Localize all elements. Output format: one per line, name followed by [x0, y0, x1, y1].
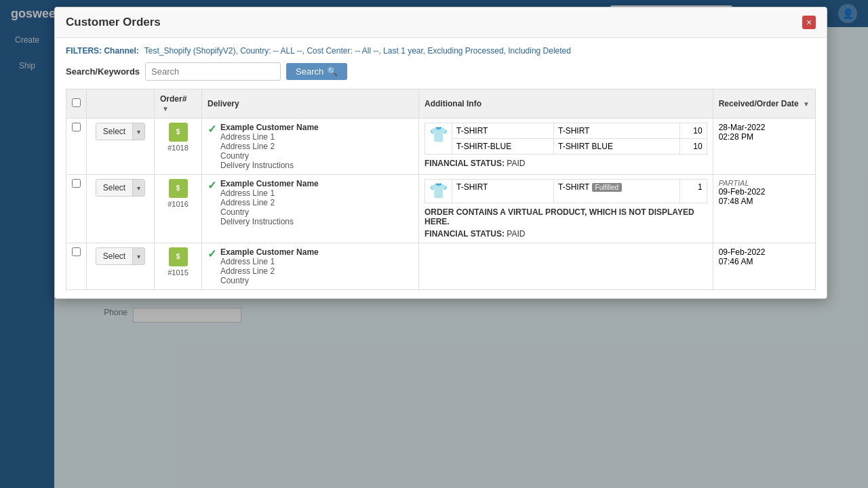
row-additional-cell: 👕 T-SHIRT T-SHIRT 10 T-SHIRT-BLUE T-SHIR…: [419, 119, 713, 175]
product-icon-cell-0: 👕: [425, 123, 452, 155]
delivery-line: Delivery Instructions: [220, 161, 319, 170]
order-date-0: 28-Mar-2022: [719, 123, 810, 132]
table-header-row: Order# ▼ Delivery Additional Info Receiv…: [66, 89, 816, 119]
delivery-name-1: Example Customer Name: [220, 179, 319, 188]
delivery-address-1: Example Customer Name Address Line 1Addr…: [220, 179, 319, 226]
product-sku-0-1: T-SHIRT-BLUE: [452, 139, 554, 155]
row-action-cell: Select ▾: [87, 119, 155, 175]
delivery-line: Address Line 2: [220, 142, 319, 151]
product-table-0: 👕 T-SHIRT T-SHIRT 10 T-SHIRT-BLUE T-SHIR…: [425, 123, 707, 155]
orders-table: Order# ▼ Delivery Additional Info Receiv…: [66, 89, 816, 290]
product-qty-0-0: 10: [679, 123, 707, 139]
table-row: Select ▾ $ #1018 ✓ Example Customer Name…: [66, 119, 816, 175]
header-order-num: Order# ▼: [155, 89, 202, 119]
select-button-2[interactable]: Select: [96, 248, 132, 264]
delivery-address-0: Example Customer Name Address Line 1Addr…: [220, 123, 319, 170]
order-number-1: #1016: [167, 200, 189, 208]
shopify-icon-0: $: [169, 123, 188, 142]
header-action-cell: [87, 89, 155, 119]
delivery-line: Address Line 2: [220, 266, 319, 276]
search-keywords-label: Search/Keywords: [66, 66, 140, 77]
row-additional-cell: [419, 243, 713, 290]
product-qty-0-1: 10: [679, 139, 707, 155]
product-row: 👕 T-SHIRT T-SHIRT Fulfilled 1: [425, 180, 707, 203]
table-row: Select ▾ $ #1015 ✓ Example Customer Name…: [66, 243, 816, 290]
header-additional: Additional Info: [419, 89, 713, 119]
product-name-0-1: T-SHIRT BLUE: [554, 139, 680, 155]
row-action-cell: Select ▾: [87, 175, 155, 243]
filter-values: Test_Shopify (ShopifyV2), Country: -- AL…: [144, 46, 571, 56]
table-row: Select ▾ $ #1016 ✓ Example Customer Name…: [66, 175, 816, 243]
filters-label: FILTERS: Channel:: [66, 46, 139, 56]
modal-body: FILTERS: Channel: Test_Shopify (ShopifyV…: [55, 38, 827, 298]
search-keywords-input[interactable]: [145, 62, 281, 81]
delivery-check-1: ✓: [208, 179, 216, 192]
select-button-1[interactable]: Select: [96, 180, 132, 196]
product-icon-0-0: 👕: [429, 126, 448, 143]
modal-close-button[interactable]: ×: [802, 16, 816, 29]
row-order-num-cell: $ #1016: [155, 175, 202, 243]
row-order-num-cell: $ #1015: [155, 243, 202, 290]
header-date: Received/Order Date ▼: [713, 89, 815, 119]
fulfilled-badge: Fulfilled: [592, 183, 622, 192]
row-action-cell: Select ▾: [87, 243, 155, 290]
header-checkbox-cell: [66, 89, 87, 119]
delivery-line: Country: [220, 207, 319, 217]
order-date-1: 09-Feb-2022: [719, 187, 810, 197]
row-delivery-cell: ✓ Example Customer Name Address Line 1Ad…: [202, 243, 419, 290]
product-row: 👕 T-SHIRT T-SHIRT 10: [425, 123, 707, 139]
product-sku-0-0: T-SHIRT: [452, 123, 554, 139]
product-icon-1-0: 👕: [429, 182, 448, 199]
select-button-0[interactable]: Select: [96, 123, 132, 140]
delivery-line: Address Line 1: [220, 257, 319, 266]
partial-label-1: PARTIAL: [719, 179, 810, 187]
row-order-num-cell: $ #1018: [155, 119, 202, 175]
date-sort-icon[interactable]: ▼: [803, 100, 810, 108]
search-button-label: Search: [296, 66, 323, 77]
order-time-0: 02:28 PM: [719, 132, 810, 142]
order-date-2: 09-Feb-2022: [719, 247, 810, 257]
select-btn-group-0: Select ▾: [96, 123, 145, 140]
row-delivery-cell: ✓ Example Customer Name Address Line 1Ad…: [202, 175, 419, 243]
select-arrow-button-1[interactable]: ▾: [132, 180, 144, 196]
row-checkbox-cell: [66, 119, 87, 175]
row-checkbox-2[interactable]: [72, 247, 81, 256]
row-date-cell: 09-Feb-202207:46 AM: [713, 243, 815, 290]
modal-title: Customer Orders: [66, 16, 161, 29]
delivery-name-2: Example Customer Name: [220, 247, 319, 257]
modal-header: Customer Orders ×: [55, 7, 827, 38]
delivery-line: Country: [220, 151, 319, 161]
financial-status-0: FINANCIAL STATUS: PAID: [425, 159, 707, 168]
shopify-icon-2: $: [169, 247, 188, 266]
header-delivery: Delivery: [202, 89, 419, 119]
filters-row: FILTERS: Channel: Test_Shopify (ShopifyV…: [66, 46, 816, 56]
row-checkbox-1[interactable]: [72, 179, 81, 188]
row-checkbox-0[interactable]: [72, 123, 81, 131]
virtual-product-note-1: ORDER CONTAINS A VIRTUAL PRODUCT, WHICH …: [425, 207, 707, 226]
search-icon: 🔍: [327, 66, 338, 77]
delivery-line: Address Line 1: [220, 188, 319, 198]
financial-label-1: FINANCIAL STATUS:: [425, 229, 507, 239]
delivery-check-0: ✓: [208, 123, 216, 136]
order-number-2: #1015: [167, 268, 189, 277]
order-number-0: #1018: [167, 144, 189, 152]
product-qty-1-0: 1: [679, 180, 707, 203]
search-row: Search/Keywords Search 🔍: [66, 62, 816, 81]
order-sort-icon[interactable]: ▼: [162, 105, 169, 113]
product-name-1-0: T-SHIRT Fulfilled: [554, 180, 680, 203]
product-name-0-0: T-SHIRT: [554, 123, 680, 139]
delivery-line: Country: [220, 276, 319, 285]
row-delivery-cell: ✓ Example Customer Name Address Line 1Ad…: [202, 119, 419, 175]
select-arrow-button-2[interactable]: ▾: [132, 248, 144, 264]
product-table-1: 👕 T-SHIRT T-SHIRT Fulfilled 1: [425, 179, 707, 203]
row-checkbox-cell: [66, 243, 87, 290]
row-additional-cell: 👕 T-SHIRT T-SHIRT Fulfilled 1 ORDER CONT…: [419, 175, 713, 243]
order-time-1: 07:48 AM: [719, 197, 810, 206]
search-button[interactable]: Search 🔍: [286, 63, 347, 80]
select-all-checkbox[interactable]: [72, 98, 81, 107]
delivery-check-2: ✓: [208, 247, 216, 260]
order-time-2: 07:46 AM: [719, 257, 810, 266]
select-btn-group-1: Select ▾: [96, 179, 145, 197]
select-arrow-button-0[interactable]: ▾: [132, 123, 144, 140]
product-icon-cell-1: 👕: [425, 180, 452, 203]
